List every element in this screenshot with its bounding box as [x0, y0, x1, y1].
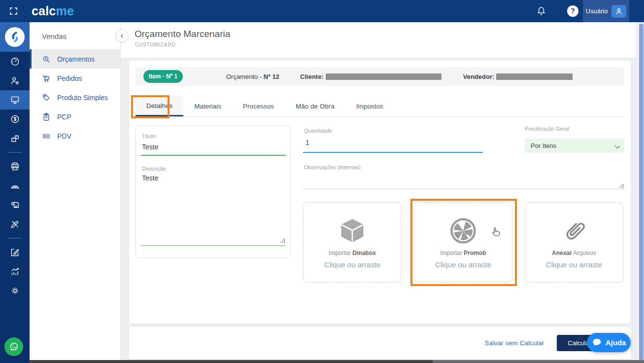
order-number: Orçamento - Nº 12 — [226, 73, 279, 80]
horizontal-scrollbar-thumb[interactable] — [30, 360, 433, 363]
settings-gear-icon[interactable] — [0, 281, 30, 300]
descricao-textarea[interactable]: Teste — [142, 174, 285, 243]
reports-chart-icon[interactable] — [0, 262, 30, 281]
cube-icon — [339, 216, 366, 246]
sales-monitor-icon[interactable] — [0, 90, 30, 109]
quantidade-label: Quantidade — [304, 128, 332, 134]
resize-handle-icon[interactable] — [280, 239, 285, 243]
redacted-vendor-name — [496, 73, 573, 80]
tab-processos[interactable]: Processos — [232, 96, 285, 116]
quantidade-input[interactable] — [305, 139, 483, 146]
register-edit-icon[interactable] — [0, 243, 30, 262]
dropzone-anexar-arquivos[interactable]: Anexar Arquivos Clique ou arraste — [525, 202, 623, 283]
dashboard-gauge-icon[interactable] — [0, 52, 30, 71]
save-without-calc-link[interactable]: Salvar sem Calcular — [485, 339, 544, 347]
help-floating-label: Ajuda — [606, 338, 626, 347]
sidebar-item-pdv[interactable]: PDV — [30, 126, 120, 145]
sidebar-item-produto-simples[interactable]: Produto Simples — [30, 88, 120, 107]
sidebar-item-pedidos[interactable]: Pedidos — [30, 69, 120, 88]
help-icon[interactable]: ? — [567, 5, 578, 17]
dropzone-label-suffix: Arquivos — [572, 250, 596, 256]
dropzone-label-bold: Promob — [464, 250, 486, 256]
bell-icon[interactable] — [536, 6, 546, 16]
sidebar-item-pcp[interactable]: PCP — [30, 107, 120, 126]
dropzone-hint: Clique ou arraste — [435, 260, 491, 269]
collapse-sidebar-button[interactable] — [115, 29, 129, 42]
observacoes-label: Observações (Internas) — [304, 164, 361, 170]
order-number-value: Nº 12 — [264, 73, 279, 80]
redacted-client-name — [326, 73, 441, 80]
item-number-badge: Item - Nº 1 — [143, 70, 183, 83]
vertical-scrollbar-thumb[interactable] — [639, 24, 644, 361]
horizontal-scrollbar[interactable] — [30, 360, 644, 363]
sidebar-item-label: Produto Simples — [57, 94, 108, 102]
promob-wheel-icon — [449, 216, 477, 246]
tools-icon[interactable] — [0, 215, 30, 234]
titulo-input[interactable] — [142, 143, 285, 151]
production-receipt-icon[interactable] — [0, 195, 30, 215]
footer-actions-card: Salvar sem Calcular Calcular — [129, 327, 631, 359]
precificacao-value: Por Itens — [531, 142, 556, 149]
whatsapp-button[interactable] — [4, 337, 23, 356]
user-menu[interactable]: Usuário — [583, 0, 629, 22]
titulo-underline — [141, 155, 286, 156]
dropzone-label-prefix: Importar — [329, 250, 352, 256]
chevron-left-icon — [119, 33, 126, 39]
icon-sidebar — [0, 22, 30, 363]
client-label: Cliente: — [300, 73, 324, 80]
finance-dollar-icon[interactable] — [0, 109, 30, 129]
tab-mao-de-obra[interactable]: Mão de Obra — [285, 96, 345, 116]
observacoes-textarea[interactable] — [304, 172, 482, 187]
sidebar-item-label: Pedidos — [57, 74, 82, 82]
dropzone-importar-dinabox[interactable]: Importar Dinabox Clique ou arraste — [303, 202, 402, 283]
user-label: Usuário — [586, 7, 608, 15]
footer-actions: Salvar sem Calcular Calcular — [485, 327, 602, 359]
logo-part2: me — [56, 4, 74, 18]
dropzone-label-bold: Anexar — [552, 250, 572, 256]
clients-person-icon[interactable] — [0, 71, 30, 90]
paperclip-icon — [560, 216, 588, 246]
cart-icon — [42, 74, 51, 83]
tag-icon — [42, 93, 51, 102]
dropzone-label-prefix: Importar — [440, 250, 464, 256]
sidebar-divider — [8, 238, 21, 239]
chevron-down-icon — [614, 143, 620, 148]
precificacao-select[interactable]: Por Itens — [525, 139, 624, 153]
dropzone-label: Importar Dinabox — [329, 250, 375, 256]
dropzone-importar-promob[interactable]: Importar Promob Clique ou arraste — [414, 202, 512, 283]
vertical-scrollbar[interactable] — [636, 22, 644, 363]
brand-logo-icon — [5, 27, 25, 47]
observacoes-underline — [303, 189, 624, 189]
brand-logo[interactable] — [0, 22, 30, 52]
fullscreen-icon[interactable] — [9, 6, 18, 16]
submenu-title: Vendas — [30, 22, 120, 40]
tab-detalhes[interactable]: Detalhes — [136, 96, 183, 116]
user-icon — [611, 5, 626, 18]
help-floating-button[interactable]: Ajuda — [587, 333, 631, 352]
dropzone-label: Anexar Arquivos — [552, 250, 596, 256]
item-summary-bar: Item - Nº 1 Orçamento - Nº 12 Cliente: V… — [136, 67, 624, 86]
tab-bar: Detalhes Materiais Processos Mão de Obra… — [136, 96, 624, 117]
sidebar-item-label: PDV — [57, 132, 71, 140]
topbar: calcme ? Usuário — [0, 0, 644, 22]
barcode-icon — [42, 132, 51, 141]
sidebar-item-orcamentos[interactable]: Orçamentos — [30, 49, 120, 69]
order-card: Item - Nº 1 Orçamento - Nº 12 Cliente: V… — [129, 61, 631, 324]
resize-handle-icon[interactable] — [619, 184, 623, 188]
dropzone-hint: Clique ou arraste — [546, 260, 602, 269]
app-root: calcme ? Usuário — [0, 0, 644, 363]
dropzone-hint: Clique ou arraste — [324, 260, 380, 269]
dropzone-label: Importar Promob — [440, 250, 486, 256]
scanner-icon[interactable] — [0, 176, 30, 195]
sidebar-item-label: PCP — [57, 113, 71, 121]
quantidade-underline — [303, 152, 483, 153]
page-header: Orçamento Marcenaria CUSTOMIZADO — [121, 22, 644, 58]
order-number-prefix: Orçamento - — [226, 73, 264, 80]
whatsapp-icon — [8, 341, 20, 353]
tab-materiais[interactable]: Materiais — [183, 96, 232, 116]
printer-icon[interactable] — [0, 157, 30, 176]
page-subtitle: CUSTOMIZADO — [135, 42, 176, 47]
tab-impostos[interactable]: Impostos — [345, 96, 394, 116]
descricao-underline — [141, 245, 286, 246]
stock-packages-icon[interactable] — [0, 129, 30, 148]
